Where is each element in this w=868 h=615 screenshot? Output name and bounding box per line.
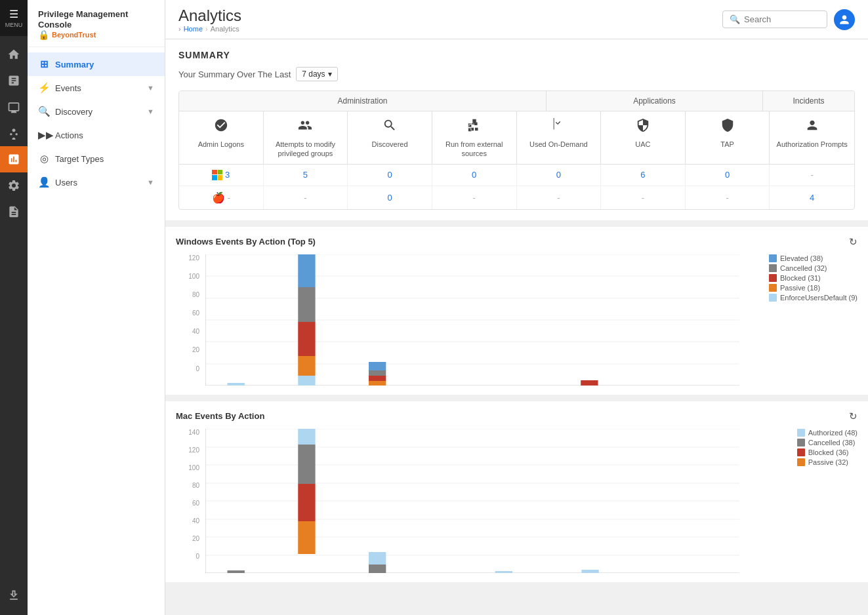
svg-rect-37 bbox=[228, 570, 245, 573]
svg-rect-40 bbox=[298, 445, 315, 484]
sidebar-icon-download[interactable] bbox=[0, 582, 28, 608]
period-select[interactable]: 7 days ▾ bbox=[296, 67, 337, 81]
apple-attempts: - bbox=[264, 186, 348, 209]
nav-label-events: Events bbox=[55, 83, 142, 93]
admin-logons-label: Admin Logons bbox=[198, 140, 244, 149]
apple-discovered: 0 bbox=[348, 186, 432, 209]
windows-chart-section: Windows Events By Action (Top 5) ↻ 0 20 … bbox=[165, 227, 868, 395]
apple-uac: - bbox=[601, 186, 686, 209]
chevron-down-icon-2: ▼ bbox=[147, 108, 154, 115]
svg-rect-38 bbox=[298, 521, 315, 554]
brand-logo: Privilege Management Console 🔒 BeyondTru… bbox=[38, 9, 154, 40]
nav-item-events[interactable]: ⚡ Events ▼ bbox=[28, 76, 165, 100]
legend-color-elevated bbox=[769, 254, 777, 262]
svg-rect-10 bbox=[298, 356, 315, 376]
stat-col-external: Run from external sources bbox=[432, 111, 517, 164]
attempts-icon bbox=[298, 118, 312, 136]
nav-menu: ⊞ Summary ⚡ Events ▼ 🔍 Discovery ▼ ▶▶ Ac… bbox=[28, 47, 165, 615]
mac-chart-section: Mac Events By Action ↻ 0 20 40 60 80 100… bbox=[165, 401, 868, 582]
mac-chart-header: Mac Events By Action ↻ bbox=[176, 410, 858, 422]
tap-label: TAP bbox=[720, 140, 734, 149]
nav-item-target-types[interactable]: ◎ Target Types bbox=[28, 147, 165, 170]
summary-icon: ⊞ bbox=[38, 58, 50, 70]
legend-color-cancelled bbox=[769, 264, 777, 272]
ondemand-label: Used On-Demand bbox=[529, 140, 588, 149]
discovery-icon: 🔍 bbox=[38, 106, 50, 117]
nav-item-users[interactable]: 👤 Users ▼ bbox=[28, 170, 165, 194]
legend-item-blocked: Blocked (31) bbox=[769, 274, 858, 282]
legend-color-enforce bbox=[769, 294, 777, 302]
svg-rect-11 bbox=[298, 322, 315, 356]
uac-label: UAC bbox=[635, 140, 650, 149]
period-value: 7 days bbox=[302, 69, 325, 79]
svg-rect-8 bbox=[228, 383, 245, 386]
nav-item-actions[interactable]: ▶▶ Actions bbox=[28, 123, 165, 147]
nav-label-discovery: Discovery bbox=[55, 107, 142, 117]
legend-label-blocked: Blocked (31) bbox=[780, 274, 821, 282]
users-icon: 👤 bbox=[38, 176, 50, 188]
mac-legend-item-authorized: Authorized (48) bbox=[797, 429, 858, 437]
svg-rect-41 bbox=[298, 429, 315, 445]
nav-label-users: Users bbox=[55, 178, 142, 188]
sidebar-icon-home[interactable] bbox=[0, 41, 28, 68]
sidebar-icon-settings[interactable] bbox=[0, 172, 28, 199]
sidebar-icon-analytics[interactable] bbox=[0, 146, 28, 172]
chevron-down-icon-3: ▼ bbox=[147, 178, 154, 186]
nav-item-summary[interactable]: ⊞ Summary bbox=[28, 52, 165, 76]
nav-label-actions: Actions bbox=[55, 130, 154, 140]
svg-rect-43 bbox=[369, 552, 386, 565]
sidebar-icon-computers[interactable] bbox=[0, 94, 28, 120]
stats-windows-row: 3 5 0 0 0 6 bbox=[179, 165, 854, 186]
win-uac: 6 bbox=[601, 165, 686, 186]
win-auth: - bbox=[770, 165, 854, 186]
svg-rect-39 bbox=[298, 484, 315, 521]
legend-label-cancelled: Cancelled (32) bbox=[780, 264, 827, 272]
icon-sidebar: ☰ MENU bbox=[0, 0, 28, 615]
external-label: Run from external sources bbox=[436, 140, 512, 159]
target-types-icon: ◎ bbox=[38, 153, 50, 165]
breadcrumb: › Home › Analytics bbox=[178, 25, 241, 33]
search-input[interactable] bbox=[744, 14, 820, 24]
svg-rect-18 bbox=[581, 380, 598, 386]
windows-chart-title: Windows Events By Action (Top 5) bbox=[176, 237, 316, 247]
breadcrumb-home[interactable]: Home bbox=[184, 25, 203, 33]
mac-legend-label-passive: Passive (32) bbox=[808, 458, 848, 466]
admin-logons-icon bbox=[214, 118, 228, 136]
mac-refresh-icon[interactable]: ↻ bbox=[849, 410, 858, 422]
menu-toggle[interactable]: ☰ MENU bbox=[0, 0, 28, 36]
svg-rect-42 bbox=[369, 565, 386, 573]
sidebar-icon-network[interactable] bbox=[0, 120, 28, 146]
page-title: Analytics bbox=[178, 7, 241, 25]
stats-icons-row: Admin Logons Attempts to modify privileg… bbox=[179, 111, 854, 165]
header-left: Analytics › Home › Analytics bbox=[178, 7, 241, 33]
tap-icon bbox=[720, 118, 735, 136]
search-box[interactable]: 🔍 bbox=[722, 10, 827, 28]
win-discovered: 0 bbox=[348, 165, 432, 186]
nav-item-discovery[interactable]: 🔍 Discovery ▼ bbox=[28, 100, 165, 123]
svg-rect-44 bbox=[495, 571, 512, 573]
auth-icon bbox=[805, 118, 819, 136]
stat-col-discovered: Discovered bbox=[348, 111, 432, 164]
sidebar-icon-policy[interactable] bbox=[0, 199, 28, 225]
user-avatar[interactable] bbox=[834, 9, 855, 30]
summary-subtitle-text: Your Summary Over The Last bbox=[178, 69, 291, 79]
win-external: 0 bbox=[432, 165, 517, 186]
legend-item-elevated: Elevated (38) bbox=[769, 254, 858, 262]
svg-rect-13 bbox=[298, 254, 315, 287]
discovered-icon bbox=[382, 118, 397, 136]
hamburger-icon: ☰ bbox=[9, 8, 18, 20]
svg-rect-45 bbox=[581, 570, 598, 573]
win-attempts: 5 bbox=[264, 165, 348, 186]
mac-legend-color-cancelled bbox=[797, 439, 805, 446]
windows-refresh-icon[interactable]: ↻ bbox=[849, 236, 858, 248]
mac-legend-color-authorized bbox=[797, 429, 805, 437]
legend-item-cancelled: Cancelled (32) bbox=[769, 264, 858, 272]
svg-rect-12 bbox=[298, 287, 315, 322]
stat-col-uac: UAC bbox=[601, 111, 686, 164]
content-area: SUMMARY Your Summary Over The Last 7 day… bbox=[165, 39, 868, 615]
mac-legend-item-cancelled: Cancelled (38) bbox=[797, 439, 858, 446]
mac-legend-color-passive bbox=[797, 458, 805, 466]
mac-legend-label-cancelled: Cancelled (38) bbox=[808, 439, 856, 446]
summary-section: SUMMARY Your Summary Over The Last 7 day… bbox=[165, 39, 868, 220]
sidebar-icon-reports[interactable] bbox=[0, 68, 28, 94]
